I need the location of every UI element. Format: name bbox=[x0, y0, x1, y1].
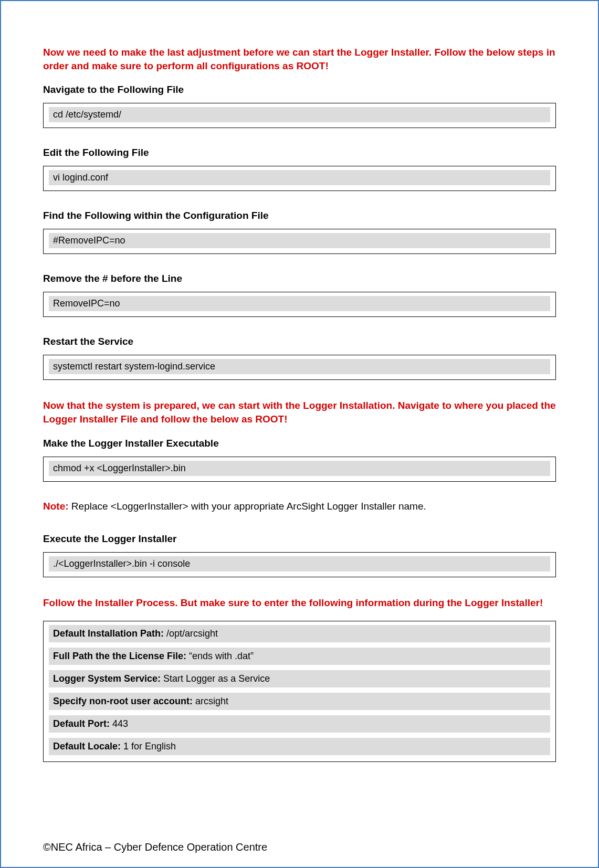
mid-warning: Now that the system is prepared, we can … bbox=[43, 399, 556, 426]
step-heading: Edit the Following File bbox=[43, 147, 556, 158]
install-info-box: Default Installation Path: /opt/arcsight… bbox=[43, 621, 556, 762]
note-text: Replace <LoggerInstaller> with your appr… bbox=[69, 501, 426, 512]
code-text: systemctl restart system-logind.service bbox=[49, 359, 550, 374]
info-key: Full Path the the License File: bbox=[53, 651, 189, 661]
code-box: systemctl restart system-logind.service bbox=[43, 355, 556, 380]
info-row: Specify non-root user account: arcsight bbox=[49, 693, 550, 710]
step-heading: Remove the # before the Line bbox=[43, 273, 556, 284]
note-line: Note: Replace <LoggerInstaller> with you… bbox=[43, 501, 556, 512]
info-val: “ends with .dat” bbox=[189, 651, 254, 661]
info-key: Default Port: bbox=[53, 718, 112, 729]
code-text: #RemoveIPC=no bbox=[49, 233, 550, 248]
info-key: Logger System Service: bbox=[53, 673, 163, 684]
code-text: chmod +x <LoggerInstaller>.bin bbox=[49, 461, 550, 476]
info-val: 1 for English bbox=[123, 741, 176, 751]
code-box: ./<LoggerInstaller>.bin -i console bbox=[43, 552, 556, 577]
code-box: vi logind.conf bbox=[43, 166, 556, 191]
code-box: chmod +x <LoggerInstaller>.bin bbox=[43, 457, 556, 482]
step-heading: Navigate to the Following File bbox=[43, 84, 556, 96]
info-key: Default Installation Path: bbox=[53, 628, 166, 639]
code-text: vi logind.conf bbox=[49, 170, 550, 185]
info-val: 443 bbox=[112, 718, 128, 729]
info-row: Default Locale: 1 for English bbox=[49, 738, 550, 755]
note-label: Note: bbox=[43, 501, 69, 512]
code-box: cd /etc/systemd/ bbox=[43, 103, 556, 128]
info-row: Logger System Service: Start Logger as a… bbox=[49, 670, 550, 687]
exec-heading: Make the Logger Installer Executable bbox=[43, 438, 556, 449]
intro-warning: Now we need to make the last adjustment … bbox=[43, 46, 556, 72]
run-heading: Execute the Logger Installer bbox=[43, 533, 556, 545]
page-content: Now we need to make the last adjustment … bbox=[1, 1, 598, 762]
code-box: #RemoveIPC=no bbox=[43, 229, 556, 254]
info-row: Full Path the the License File: “ends wi… bbox=[49, 648, 550, 665]
code-text: ./<LoggerInstaller>.bin -i console bbox=[49, 556, 550, 571]
info-val: /opt/arcsight bbox=[166, 628, 218, 639]
code-text: cd /etc/systemd/ bbox=[49, 107, 550, 122]
info-val: arcsight bbox=[195, 696, 228, 706]
info-key: Specify non-root user account: bbox=[53, 696, 195, 706]
info-key: Default Locale: bbox=[53, 741, 123, 751]
code-text: RemoveIPC=no bbox=[49, 296, 550, 311]
page-footer: ©NEC Africa – Cyber Defence Operation Ce… bbox=[43, 841, 267, 853]
step-heading: Find the Following within the Configurat… bbox=[43, 210, 556, 221]
info-row: Default Installation Path: /opt/arcsight bbox=[49, 625, 550, 642]
info-row: Default Port: 443 bbox=[49, 715, 550, 733]
code-box: RemoveIPC=no bbox=[43, 292, 556, 317]
info-val: Start Logger as a Service bbox=[163, 673, 270, 684]
step-heading: Restart the Service bbox=[43, 336, 556, 347]
final-warning: Follow the Installer Process. But make s… bbox=[43, 596, 556, 610]
